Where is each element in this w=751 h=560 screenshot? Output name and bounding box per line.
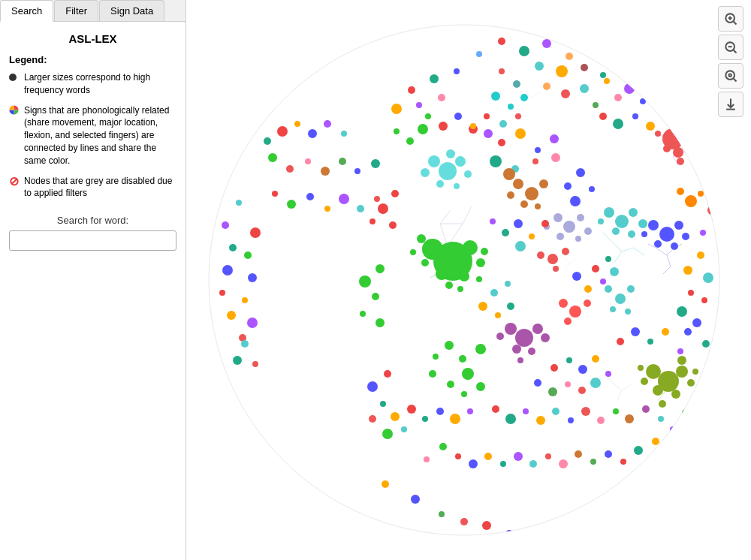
svg-point-143 (410, 249, 416, 255)
svg-point-78 (391, 104, 402, 114)
download-button[interactable] (718, 92, 743, 117)
svg-point-372 (484, 129, 493, 138)
svg-point-147 (428, 155, 440, 167)
tab-filter[interactable]: Filter (54, 0, 98, 21)
svg-point-357 (688, 290, 694, 296)
svg-point-110 (236, 200, 242, 206)
svg-point-126 (595, 521, 604, 530)
svg-point-187 (612, 227, 620, 235)
svg-point-342 (605, 256, 611, 262)
svg-point-118 (700, 230, 706, 236)
svg-point-250 (445, 341, 454, 350)
svg-point-343 (572, 272, 581, 281)
svg-point-351 (613, 119, 623, 129)
legend-text-size: Larger sizes correspond to high frequenc… (24, 71, 176, 97)
svg-point-362 (671, 429, 681, 439)
legend-x-icon: ⊘ (9, 176, 20, 189)
network-visualization[interactable] (186, 0, 751, 560)
svg-point-240 (653, 385, 663, 396)
svg-point-239 (676, 366, 688, 378)
svg-point-311 (652, 438, 659, 445)
svg-point-104 (543, 83, 550, 90)
svg-point-354 (662, 113, 669, 120)
svg-point-364 (617, 338, 624, 345)
legend-item-color: Signs that are phonologically related (s… (9, 104, 176, 167)
svg-point-360 (677, 348, 683, 354)
svg-point-116 (692, 318, 701, 327)
svg-point-135 (463, 240, 478, 255)
svg-point-216 (505, 323, 517, 335)
svg-point-301 (500, 461, 506, 467)
svg-point-84 (673, 147, 683, 158)
legend-dot-icon (9, 72, 20, 81)
legend-item-size: Larger sizes correspond to high frequenc… (9, 71, 176, 97)
svg-point-382 (725, 71, 734, 80)
svg-point-246 (692, 369, 698, 375)
zoom-in-button[interactable] (718, 6, 743, 32)
svg-point-185 (604, 207, 614, 218)
svg-point-85 (686, 144, 695, 153)
svg-point-338 (339, 194, 349, 204)
svg-point-308 (605, 450, 612, 458)
svg-point-155 (515, 128, 526, 139)
svg-point-327 (268, 153, 277, 162)
svg-point-305 (559, 459, 568, 468)
svg-point-94 (706, 119, 712, 125)
svg-point-119 (707, 206, 716, 215)
svg-point-180 (547, 254, 558, 264)
svg-point-256 (429, 370, 436, 378)
svg-point-182 (537, 251, 544, 259)
svg-point-177 (575, 236, 581, 242)
svg-point-369 (439, 122, 448, 131)
svg-point-319 (241, 340, 249, 348)
svg-point-137 (459, 271, 469, 282)
zoom-controls (718, 6, 743, 117)
svg-point-299 (469, 459, 478, 468)
svg-point-140 (421, 259, 429, 266)
svg-point-315 (244, 251, 252, 259)
svg-point-334 (272, 191, 278, 197)
svg-point-179 (584, 227, 592, 235)
svg-point-335 (287, 200, 296, 209)
svg-point-76 (430, 74, 439, 83)
svg-line-384 (734, 79, 737, 82)
svg-point-313 (424, 456, 430, 462)
zoom-out-button[interactable] (718, 35, 743, 60)
svg-point-232 (615, 294, 626, 304)
svg-point-352 (632, 113, 638, 119)
svg-point-331 (339, 158, 346, 165)
svg-line-378 (734, 22, 737, 25)
svg-point-148 (455, 156, 466, 167)
svg-point-166 (535, 203, 541, 209)
svg-point-290 (642, 405, 650, 413)
search-input[interactable] (9, 230, 176, 251)
svg-point-296 (467, 408, 473, 414)
svg-point-208 (418, 124, 428, 134)
svg-point-210 (376, 264, 385, 273)
svg-point-270 (550, 364, 558, 372)
tab-sign-data[interactable]: Sign Data (99, 0, 164, 21)
svg-point-200 (698, 191, 704, 197)
svg-point-151 (436, 180, 444, 188)
svg-point-120 (707, 184, 714, 191)
svg-point-63 (566, 53, 573, 60)
svg-point-105 (229, 244, 237, 251)
fit-button[interactable] (718, 63, 743, 89)
svg-point-318 (247, 318, 258, 328)
svg-point-112 (233, 356, 242, 365)
svg-point-197 (682, 233, 689, 240)
svg-point-90 (694, 153, 700, 159)
svg-point-138 (417, 234, 426, 243)
svg-point-103 (561, 89, 570, 98)
svg-point-60 (519, 46, 529, 56)
tab-search[interactable]: Search (0, 0, 53, 22)
svg-point-323 (294, 121, 300, 127)
svg-point-61 (476, 51, 482, 57)
svg-point-219 (528, 348, 535, 355)
svg-point-183 (553, 266, 559, 272)
svg-point-213 (360, 311, 366, 317)
svg-point-220 (496, 333, 504, 340)
svg-point-277 (565, 381, 571, 387)
svg-point-302 (514, 452, 523, 461)
svg-point-307 (590, 459, 596, 465)
